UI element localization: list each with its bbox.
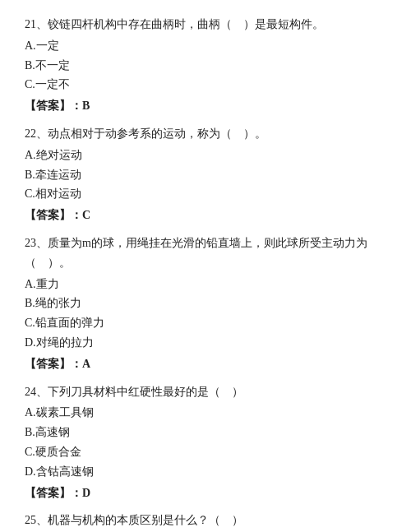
answer-q24: 【答案】：D <box>25 483 386 503</box>
question-block-q25: 25、机器与机构的本质区别是什么？（ ）A.是否能完成有用的机械功或转换机械能B… <box>25 511 386 532</box>
option-C: C.铅直面的弹力 <box>25 313 386 333</box>
option-B: B.不一定 <box>25 56 386 76</box>
option-D: D.对绳的拉力 <box>25 333 386 353</box>
questions-container: 21、铰链四杆机构中存在曲柄时，曲柄（ ）是最短构件。A.一定B.不一定C.一定… <box>25 15 386 532</box>
option-A: A.绝对运动 <box>25 146 386 165</box>
question-block-q22: 22、动点相对于动参考系的运动，称为（ ）。A.绝对运动B.牵连运动C.相对运动… <box>25 124 386 225</box>
option-B: B.牵连运动 <box>25 165 386 185</box>
option-D: D.含钴高速钢 <box>25 462 386 482</box>
option-B: B.高速钢 <box>25 423 386 442</box>
question-text-q22: 22、动点相对于动参考系的运动，称为（ ）。 <box>25 124 386 144</box>
option-B: B.绳的张力 <box>25 294 386 313</box>
question-text-q25: 25、机器与机构的本质区别是什么？（ ） <box>25 511 386 530</box>
option-A: A.碳素工具钢 <box>25 403 386 423</box>
option-C: C.硬质合金 <box>25 442 386 462</box>
question-block-q23: 23、质量为m的球，用绳挂在光滑的铅直墙上，则此球所受主动力为（ ）。A.重力B… <box>25 234 386 374</box>
question-text-q21: 21、铰链四杆机构中存在曲柄时，曲柄（ ）是最短构件。 <box>25 15 386 35</box>
question-text-q23: 23、质量为m的球，用绳挂在光滑的铅直墙上，则此球所受主动力为（ ）。 <box>25 234 386 273</box>
answer-q23: 【答案】：A <box>25 354 386 374</box>
answer-q21: 【答案】：B <box>25 96 386 116</box>
option-A: A.重力 <box>25 275 386 294</box>
question-text-q24: 24、下列刀具材料中红硬性最好的是（ ） <box>25 382 386 402</box>
option-A: A.一定 <box>25 36 386 56</box>
option-C: C.一定不 <box>25 75 386 95</box>
answer-q22: 【答案】：C <box>25 206 386 225</box>
question-block-q21: 21、铰链四杆机构中存在曲柄时，曲柄（ ）是最短构件。A.一定B.不一定C.一定… <box>25 15 386 116</box>
option-C: C.相对运动 <box>25 184 386 204</box>
question-block-q24: 24、下列刀具材料中红硬性最好的是（ ）A.碳素工具钢B.高速钢C.硬质合金D.… <box>25 382 386 503</box>
